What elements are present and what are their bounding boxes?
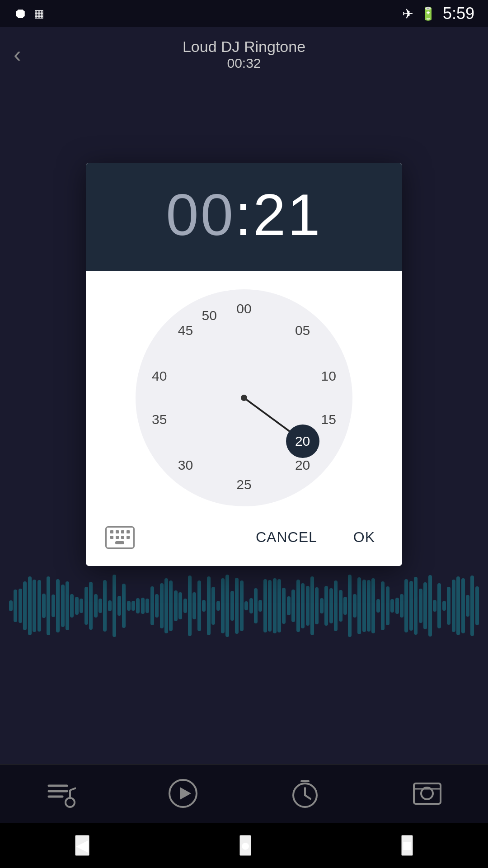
- status-left-icons: ⏺ ▦: [14, 6, 44, 21]
- keyboard-button[interactable]: [104, 525, 136, 550]
- battery-icon: 🔋: [420, 6, 436, 21]
- selected-value-dot: 20: [286, 425, 319, 458]
- svg-line-6: [70, 788, 76, 790]
- track-title: Loud DJ Ringtone: [183, 38, 305, 56]
- svg-rect-13: [414, 783, 441, 804]
- dialog-actions: CANCEL OK: [86, 515, 402, 566]
- time-display: 00:21: [86, 163, 402, 271]
- main-background: 00:21 00 05 10 15 20 25 30: [0, 81, 488, 787]
- home-system-button[interactable]: ●: [239, 835, 251, 856]
- track-duration: 00:32: [183, 56, 305, 71]
- cancel-button[interactable]: CANCEL: [247, 524, 326, 550]
- clock-time: 5:59: [443, 4, 474, 23]
- time-seconds: 21: [253, 182, 322, 248]
- clock-center-dot: [241, 395, 247, 401]
- time-separator: :: [235, 182, 253, 248]
- clock-container[interactable]: 00 05 10 15 20 25 30 35 40 45: [86, 271, 402, 515]
- keyboard-icon: [105, 526, 135, 549]
- action-buttons: CANCEL OK: [247, 524, 384, 550]
- time-minutes: 00: [166, 182, 235, 248]
- sim-icon: ▦: [34, 7, 44, 20]
- status-bar: ⏺ ▦ ✈ 🔋 5:59: [0, 0, 488, 27]
- ok-button[interactable]: OK: [344, 524, 384, 550]
- time-picker-dialog: 00:21 00 05 10 15 20 25 30: [86, 163, 402, 566]
- top-bar: ‹ Loud DJ Ringtone 00:32: [0, 27, 488, 81]
- timer-nav-icon[interactable]: [291, 779, 320, 808]
- svg-marker-8: [180, 787, 191, 800]
- record-icon: ⏺: [14, 6, 27, 21]
- svg-point-4: [66, 798, 75, 807]
- status-right-icons: ✈ 🔋 5:59: [402, 4, 474, 23]
- back-system-button[interactable]: ◀: [75, 835, 89, 856]
- play-nav-icon[interactable]: [169, 779, 198, 808]
- clock-face[interactable]: 00 05 10 15 20 25 30 35 40 45: [136, 289, 352, 506]
- svg-line-11: [305, 795, 310, 799]
- airplane-icon: ✈: [402, 6, 413, 22]
- top-bar-text: Loud DJ Ringtone 00:32: [183, 38, 305, 71]
- time-value: 00:21: [113, 181, 375, 249]
- waveform: [0, 561, 488, 651]
- system-nav: ◀ ● ■: [0, 823, 488, 868]
- bottom-nav: [0, 764, 488, 823]
- recent-system-button[interactable]: ■: [401, 835, 413, 856]
- selected-value-text: 20: [295, 434, 310, 449]
- back-button[interactable]: ‹: [14, 41, 21, 67]
- photo-nav-icon[interactable]: [413, 779, 442, 808]
- playlist-nav-icon[interactable]: [47, 779, 76, 808]
